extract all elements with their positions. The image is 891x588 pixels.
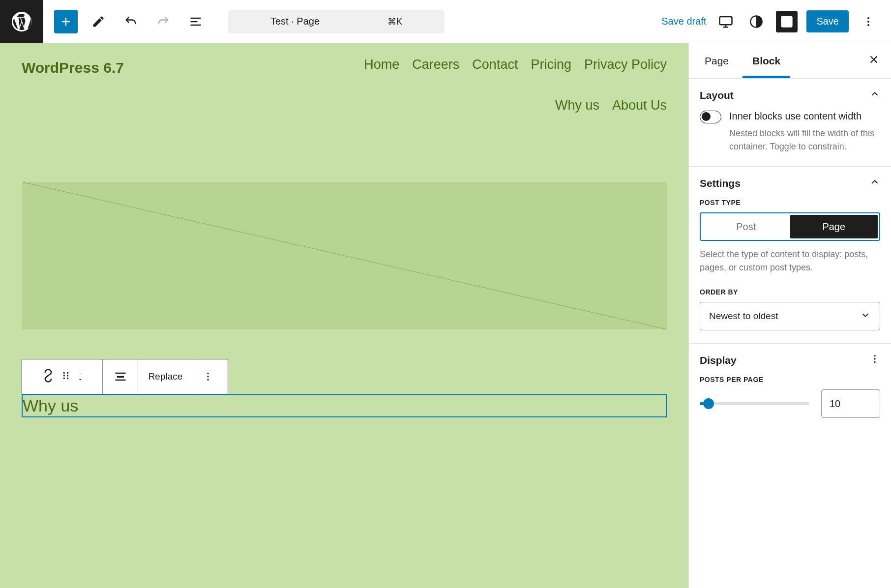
insert-block-button[interactable] bbox=[54, 10, 78, 33]
display-panel-title: Display bbox=[700, 354, 737, 366]
post-type-label: POST TYPE bbox=[700, 199, 880, 206]
styles-button[interactable] bbox=[745, 11, 767, 32]
document-overview-button[interactable] bbox=[184, 10, 208, 33]
save-draft-button[interactable]: Save draft bbox=[661, 16, 706, 27]
shortcut-label: ⌘K bbox=[387, 16, 402, 27]
wordpress-logo[interactable] bbox=[0, 0, 43, 43]
svg-point-3 bbox=[867, 17, 869, 19]
svg-line-6 bbox=[22, 182, 667, 329]
svg-point-11 bbox=[63, 377, 64, 379]
chevron-down-icon bbox=[860, 310, 871, 323]
svg-point-15 bbox=[207, 379, 208, 381]
settings-panel-toggle[interactable] bbox=[776, 11, 798, 32]
settings-panel-title: Settings bbox=[700, 177, 741, 189]
tab-page[interactable]: Page bbox=[700, 55, 734, 67]
align-button[interactable] bbox=[103, 359, 138, 394]
tab-block[interactable]: Block bbox=[747, 55, 785, 67]
drag-handle-icon[interactable] bbox=[60, 370, 71, 383]
svg-point-7 bbox=[63, 372, 64, 373]
top-toolbar: Test · Page ⌘K Save draft Save bbox=[0, 0, 891, 43]
content-width-toggle[interactable] bbox=[700, 111, 721, 123]
nav-item[interactable]: Careers bbox=[412, 57, 459, 72]
query-loop-icon[interactable] bbox=[41, 368, 56, 385]
svg-point-17 bbox=[874, 358, 875, 359]
svg-rect-0 bbox=[720, 17, 732, 25]
svg-point-5 bbox=[867, 24, 869, 26]
svg-rect-2 bbox=[782, 16, 792, 27]
toggle-description: Nested blocks will fill the width of thi… bbox=[729, 127, 880, 153]
post-type-option-page[interactable]: Page bbox=[790, 215, 878, 238]
nav-item[interactable]: Home bbox=[364, 57, 399, 72]
save-button[interactable]: Save bbox=[806, 10, 849, 32]
site-navigation: Home Careers Contact Pricing Privacy Pol… bbox=[352, 57, 667, 113]
settings-sidebar: Page Block Layout Inner blocks use conte… bbox=[688, 43, 891, 588]
svg-point-12 bbox=[67, 377, 68, 379]
chevron-up-icon bbox=[869, 176, 880, 190]
svg-point-14 bbox=[207, 376, 208, 377]
site-title[interactable]: WordPress 6.7 bbox=[22, 57, 124, 79]
close-sidebar-button[interactable] bbox=[867, 53, 880, 68]
document-title-button[interactable]: Test · Page ⌘K bbox=[228, 10, 445, 33]
featured-image-placeholder[interactable] bbox=[22, 182, 667, 329]
editor-canvas[interactable]: WordPress 6.7 Home Careers Contact Prici… bbox=[0, 43, 688, 588]
replace-button[interactable]: Replace bbox=[138, 359, 193, 394]
nav-item[interactable]: Contact bbox=[472, 57, 518, 72]
toggle-label: Inner blocks use content width bbox=[729, 111, 880, 122]
chevron-up-icon bbox=[869, 88, 880, 102]
selected-block[interactable]: Why us bbox=[22, 394, 667, 417]
svg-point-10 bbox=[67, 375, 68, 376]
view-desktop-button[interactable] bbox=[715, 11, 737, 32]
layout-panel-title: Layout bbox=[700, 89, 734, 101]
posts-per-page-label: POSTS PER PAGE bbox=[700, 376, 880, 383]
layout-panel-header[interactable]: Layout bbox=[700, 88, 880, 102]
nav-item[interactable]: About Us bbox=[612, 98, 667, 113]
nav-item[interactable]: Pricing bbox=[531, 57, 571, 72]
undo-button[interactable] bbox=[119, 10, 143, 33]
document-title-label: Test · Page bbox=[270, 16, 320, 27]
post-title[interactable]: Why us bbox=[23, 396, 666, 415]
nav-item[interactable]: Privacy Policy bbox=[584, 57, 667, 72]
post-type-description: Select the type of content to display: p… bbox=[700, 248, 880, 274]
order-by-value: Newest to oldest bbox=[709, 311, 778, 322]
svg-point-9 bbox=[63, 375, 64, 376]
more-options-button[interactable] bbox=[858, 11, 879, 32]
redo-button bbox=[151, 10, 175, 33]
display-more-icon[interactable] bbox=[869, 353, 880, 367]
move-arrows[interactable] bbox=[76, 371, 84, 382]
order-by-select[interactable]: Newest to oldest bbox=[700, 302, 880, 330]
posts-per-page-slider[interactable] bbox=[700, 402, 809, 405]
display-panel-header[interactable]: Display bbox=[700, 353, 880, 367]
nav-item[interactable]: Why us bbox=[555, 98, 599, 113]
svg-point-13 bbox=[207, 373, 208, 374]
posts-per-page-input[interactable]: 10 bbox=[821, 389, 880, 418]
slider-thumb[interactable] bbox=[703, 398, 714, 409]
block-more-options[interactable] bbox=[193, 359, 223, 394]
svg-point-4 bbox=[867, 21, 869, 23]
svg-point-8 bbox=[67, 372, 68, 373]
block-toolbar: Replace bbox=[22, 359, 228, 394]
edit-tools-button[interactable] bbox=[87, 10, 110, 33]
order-by-label: ORDER BY bbox=[700, 288, 880, 296]
svg-point-16 bbox=[874, 355, 875, 356]
svg-point-18 bbox=[874, 361, 875, 363]
post-type-option-post[interactable]: Post bbox=[702, 215, 790, 238]
post-type-segmented: Post Page bbox=[700, 212, 880, 241]
settings-panel-header[interactable]: Settings bbox=[700, 176, 880, 190]
